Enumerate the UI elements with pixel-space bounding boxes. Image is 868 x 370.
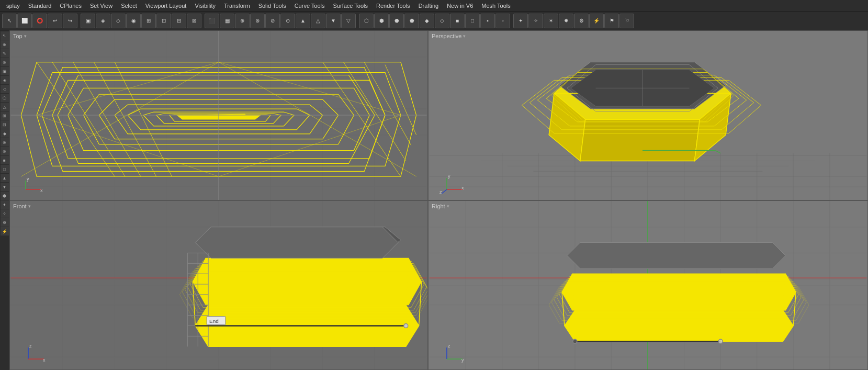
tool-13[interactable]: ⊘ <box>265 14 280 28</box>
tool-32[interactable]: ✸ <box>559 14 573 28</box>
tool-29[interactable]: ✦ <box>513 14 528 28</box>
viewport-right-label[interactable]: Right ▾ <box>432 203 449 209</box>
perspective-axis: y x z <box>439 174 468 196</box>
viewport-perspective-name: Perspective <box>432 33 461 39</box>
svg-marker-72 <box>580 119 700 161</box>
tool-19[interactable]: ⬡ <box>359 14 374 28</box>
tool-26[interactable]: □ <box>465 14 480 28</box>
tool-17[interactable]: ▼ <box>326 14 341 28</box>
left-tool-7[interactable]: ◇ <box>1 85 9 93</box>
tool-20[interactable]: ⬢ <box>374 14 389 28</box>
tool-3[interactable]: ◇ <box>111 14 126 28</box>
menu-visibility[interactable]: Visibility <box>190 2 220 10</box>
menu-mesh-tools[interactable]: Mesh Tools <box>477 2 514 10</box>
tool-36[interactable]: ⚐ <box>619 14 634 28</box>
menu-transform[interactable]: Transform <box>220 2 254 10</box>
tool-22[interactable]: ⬟ <box>404 14 419 28</box>
left-tool-20[interactable]: ✦ <box>1 200 9 209</box>
left-tool-21[interactable]: ✧ <box>1 209 9 218</box>
left-tool-12[interactable]: ◆ <box>1 129 9 138</box>
viewport-perspective-label[interactable]: Perspective ▾ <box>432 33 466 39</box>
left-tool-14[interactable]: ⊘ <box>1 147 9 155</box>
tool-undo[interactable]: ↩ <box>48 14 62 28</box>
tool-redo[interactable]: ↪ <box>63 14 77 28</box>
menu-standard[interactable]: Standard <box>24 2 56 10</box>
tool-35[interactable]: ⚑ <box>604 14 619 28</box>
left-tool-23[interactable]: ⚡ <box>1 227 9 236</box>
left-tool-5[interactable]: ▣ <box>1 67 9 75</box>
viewport-front-label[interactable]: Front ▾ <box>13 203 31 209</box>
menu-setview[interactable]: Set View <box>86 2 117 10</box>
tool-5[interactable]: ⊞ <box>141 14 156 28</box>
menu-select[interactable]: Select <box>117 2 141 10</box>
tool-27[interactable]: ▪ <box>480 14 495 28</box>
viewport-perspective[interactable]: Perspective ▾ y x z <box>428 30 868 200</box>
svg-text:y: y <box>461 357 464 363</box>
left-tool-6[interactable]: ◈ <box>1 76 9 84</box>
viewport-front[interactable]: End Front ▾ z x <box>9 200 428 370</box>
tool-9[interactable]: ⬛ <box>205 14 219 28</box>
left-tool-16[interactable]: □ <box>1 165 9 173</box>
left-tool-13[interactable]: ⊗ <box>1 138 9 147</box>
tool-8[interactable]: ⊠ <box>187 14 201 28</box>
tool-16[interactable]: △ <box>311 14 325 28</box>
tool-4[interactable]: ◉ <box>126 14 141 28</box>
tool-23[interactable]: ◆ <box>420 14 434 28</box>
tool-14[interactable]: ⊙ <box>280 14 295 28</box>
svg-text:y: y <box>27 176 29 182</box>
tool-33[interactable]: ⚙ <box>574 14 589 28</box>
menu-surface-tools[interactable]: Surface Tools <box>329 2 372 10</box>
left-tool-8[interactable]: ⬡ <box>1 94 9 102</box>
front-axis: z x <box>20 343 49 365</box>
viewport-right[interactable]: Right ▾ z y <box>428 200 868 370</box>
left-tool-17[interactable]: ▲ <box>1 174 9 182</box>
menu-solid-tools[interactable]: Solid Tools <box>254 2 290 10</box>
menu-display[interactable]: splay <box>2 2 24 10</box>
tool-lasso[interactable]: ⭕ <box>32 14 47 28</box>
left-tool-10[interactable]: ⊞ <box>1 111 9 120</box>
svg-marker-166 <box>567 243 785 269</box>
left-tool-18[interactable]: ▼ <box>1 183 9 191</box>
menu-cplanes[interactable]: CPlanes <box>55 2 86 10</box>
menu-curve-tools[interactable]: Curve Tools <box>290 2 329 10</box>
tool-7[interactable]: ⊟ <box>172 14 186 28</box>
menu-drafting[interactable]: Drafting <box>414 2 443 10</box>
tool-28[interactable]: ▫ <box>495 14 510 28</box>
tool-15[interactable]: ▲ <box>296 14 310 28</box>
tool-select[interactable]: ↖ <box>2 14 17 28</box>
menu-new-v6[interactable]: New in V6 <box>443 2 477 10</box>
menu-render-tools[interactable]: Render Tools <box>372 2 414 10</box>
svg-point-136 <box>404 324 408 328</box>
tool-34[interactable]: ⚡ <box>589 14 604 28</box>
left-tool-9[interactable]: △ <box>1 103 9 111</box>
tool-31[interactable]: ✶ <box>544 14 558 28</box>
tool-18[interactable]: ▽ <box>341 14 356 28</box>
svg-line-91 <box>442 189 447 194</box>
left-tool-4[interactable]: ⊙ <box>1 58 9 66</box>
tool-11[interactable]: ⊕ <box>235 14 250 28</box>
tool-6[interactable]: ⊡ <box>156 14 171 28</box>
svg-text:z: z <box>439 189 442 195</box>
left-tool-1[interactable]: ↖ <box>1 31 9 40</box>
svg-point-177 <box>573 339 577 343</box>
left-tool-22[interactable]: ⚙ <box>1 218 9 227</box>
left-tool-3[interactable]: ✎ <box>1 49 9 58</box>
viewport-top[interactable]: Top ▾ y x <box>9 30 428 200</box>
tool-1[interactable]: ▣ <box>81 14 95 28</box>
svg-marker-110 <box>193 258 421 305</box>
left-tool-11[interactable]: ⊟ <box>1 120 9 129</box>
tool-12[interactable]: ⊗ <box>250 14 265 28</box>
tool-10[interactable]: ▦ <box>220 14 234 28</box>
svg-text:x: x <box>43 357 46 363</box>
tool-30[interactable]: ✧ <box>528 14 543 28</box>
tool-24[interactable]: ◇ <box>435 14 449 28</box>
menu-viewport-layout[interactable]: Viewport Layout <box>141 2 191 10</box>
tool-2[interactable]: ◈ <box>96 14 110 28</box>
tool-21[interactable]: ⬣ <box>389 14 404 28</box>
left-tool-19[interactable]: ⬢ <box>1 192 9 200</box>
tool-window-select[interactable]: ⬜ <box>17 14 32 28</box>
left-tool-2[interactable]: ⊕ <box>1 40 9 49</box>
tool-25[interactable]: ■ <box>450 14 465 28</box>
left-tool-15[interactable]: ■ <box>1 156 9 164</box>
viewport-top-label[interactable]: Top ▾ <box>13 33 27 39</box>
